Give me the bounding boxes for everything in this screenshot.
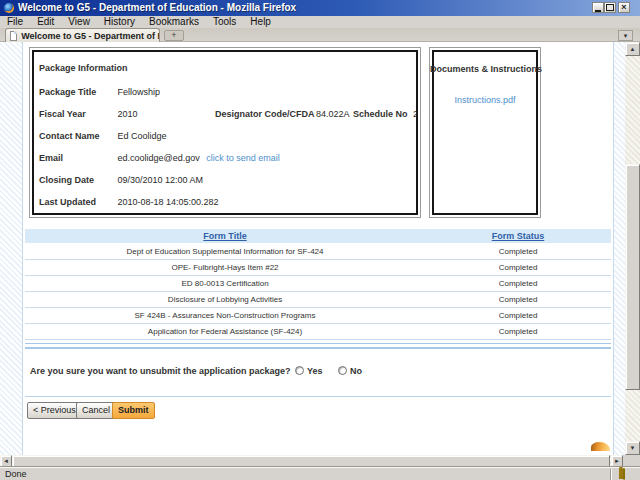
close-icon: × — [621, 2, 626, 12]
horizontal-scrollbar-thumb[interactable] — [12, 455, 610, 467]
email-value: ed.coolidge@ed.gov — [118, 153, 200, 163]
package-information-panel: Package Information Package Title Fellow… — [29, 47, 421, 218]
submit-button[interactable]: Submit — [112, 402, 155, 419]
package-title-label: Package Title — [39, 87, 115, 97]
status-bar-separator — [610, 469, 612, 480]
menu-tools[interactable]: Tools — [206, 16, 243, 28]
menu-edit[interactable]: Edit — [30, 16, 61, 28]
close-button[interactable]: × — [618, 2, 630, 13]
page-content: Package Information Package Title Fellow… — [0, 42, 640, 455]
restore-icon — [606, 4, 614, 11]
form-title-column-link[interactable]: Form Title — [203, 231, 246, 241]
email-label: Email — [39, 153, 115, 163]
window-title: Welcome to G5 - Department of Education … — [18, 0, 296, 16]
partially-scrolled-logo — [591, 442, 610, 451]
form-table-header: Form Title Form Status — [25, 229, 611, 243]
browser-window: Welcome to G5 - Department of Education … — [0, 0, 640, 480]
package-title-row: Package Title Fellowship — [39, 87, 411, 97]
documents-instructions-panel: Documents & Instructions Instructions.pd… — [429, 47, 541, 218]
new-tab-button[interactable]: + — [164, 30, 184, 41]
minimize-icon — [595, 10, 601, 12]
scroll-down-button[interactable]: ▼ — [625, 441, 640, 455]
unsubmit-question: Are you sure you want to unsubmit the ap… — [30, 366, 291, 376]
vertical-scrollbar-thumb[interactable] — [625, 164, 640, 390]
firefox-icon — [4, 3, 14, 13]
form-status-cell: Completed — [425, 247, 611, 256]
form-status-cell: Completed — [425, 279, 611, 288]
email-row: Email ed.coolidge@ed.gov click to send e… — [39, 153, 411, 163]
yes-radio-label: Yes — [307, 366, 323, 376]
previous-button[interactable]: < Previous — [27, 402, 82, 419]
fiscal-year-label: Fiscal Year — [39, 109, 115, 119]
cancel-button[interactable]: Cancel — [76, 402, 116, 419]
fiscal-year-value: 2010 — [118, 109, 138, 119]
documents-heading: Documents & Instructions — [430, 64, 540, 74]
designator-code-label: Designator Code/CFDA — [215, 109, 315, 119]
lock-body — [623, 468, 625, 480]
page-icon — [10, 31, 17, 41]
documents-panel-border — [432, 50, 538, 215]
page-border-left — [22, 42, 23, 455]
fiscal-year-row: Fiscal Year 2010 Designator Code/CFDA 84… — [39, 109, 411, 119]
form-title-cell: Dept of Education Supplemental Informati… — [25, 247, 425, 256]
scroll-up-button[interactable]: ▲ — [625, 42, 640, 56]
last-updated-value: 2010-08-18 14:05:00.282 — [118, 197, 219, 207]
table-row: OPE- Fulbright-Hays Item #22 Completed — [25, 260, 611, 276]
menu-bookmarks[interactable]: Bookmarks — [142, 16, 206, 28]
form-status-cell: Completed — [425, 327, 611, 336]
table-row: ED 80-0013 Certification Completed — [25, 276, 611, 292]
security-lock-icon — [619, 469, 630, 480]
minimize-button[interactable] — [592, 2, 604, 13]
designator-code-value: 84.022A — [316, 109, 350, 119]
closing-date-label: Closing Date — [39, 175, 115, 185]
scrollbar-corner — [623, 455, 640, 467]
title-bar: Welcome to G5 - Department of Education … — [0, 0, 640, 16]
status-text: Done — [5, 469, 27, 479]
form-title-cell: ED 80-0013 Certification — [25, 279, 425, 288]
no-radio-label: No — [350, 366, 362, 376]
table-row: Application for Federal Assistance (SF-4… — [25, 324, 611, 340]
list-tabs-button[interactable]: ▾ — [618, 30, 633, 41]
table-bottom-divider — [25, 343, 611, 349]
scroll-left-button[interactable]: ◄ — [0, 455, 12, 467]
tab-welcome-g5[interactable]: Welcome to G5 - Department of Edu... — [5, 28, 160, 42]
menu-help[interactable]: Help — [243, 16, 278, 28]
tab-strip: Welcome to G5 - Department of Edu... + ▾ — [0, 28, 640, 42]
closing-date-value: 09/30/2010 12:00 AM — [118, 175, 204, 185]
schedule-no-label: Schedule No — [353, 109, 408, 119]
contact-name-label: Contact Name — [39, 131, 115, 141]
closing-date-row: Closing Date 09/30/2010 12:00 AM — [39, 175, 411, 185]
menu-history[interactable]: History — [97, 16, 142, 28]
send-email-link[interactable]: click to send email — [206, 153, 280, 163]
menu-view[interactable]: View — [61, 16, 97, 28]
last-updated-label: Last Updated — [39, 197, 115, 207]
form-status-column-link[interactable]: Form Status — [492, 231, 545, 241]
restore-button[interactable] — [604, 2, 616, 13]
section-divider — [25, 396, 611, 397]
documents-link-row: Instructions.pdf — [430, 95, 540, 105]
no-radio[interactable] — [338, 366, 347, 375]
package-info-heading: Package Information — [39, 63, 128, 73]
form-status-cell: Completed — [425, 295, 611, 304]
form-title-cell: OPE- Fulbright-Hays Item #22 — [25, 263, 425, 272]
page-margin-stripes-right — [614, 42, 625, 455]
last-updated-row: Last Updated 2010-08-18 14:05:00.282 — [39, 197, 411, 207]
package-title-value: Fellowship — [118, 87, 161, 97]
form-title-cell: SF 424B - Assurances Non-Construction Pr… — [25, 311, 425, 320]
form-title-cell: Application for Federal Assistance (SF-4… — [25, 327, 425, 336]
menu-bar: File Edit View History Bookmarks Tools H… — [0, 16, 640, 28]
table-row: Dept of Education Supplemental Informati… — [25, 244, 611, 260]
instructions-pdf-link[interactable]: Instructions.pdf — [454, 95, 515, 105]
no-radio-group: No — [338, 366, 362, 376]
scroll-right-button[interactable]: ► — [611, 455, 623, 467]
vertical-scrollbar[interactable]: ▲ ▼ — [625, 42, 640, 455]
form-status-cell: Completed — [425, 263, 611, 272]
menu-file[interactable]: File — [0, 16, 30, 28]
page-margin-stripes-left — [0, 42, 22, 455]
form-status-cell: Completed — [425, 311, 611, 320]
horizontal-scrollbar[interactable]: ◄ ► — [0, 455, 623, 467]
tab-label: Welcome to G5 - Department of Edu... — [21, 31, 159, 41]
yes-radio[interactable] — [295, 366, 304, 375]
schedule-no-value: 2 — [413, 109, 418, 119]
form-title-cell: Disclosure of Lobbying Activities — [25, 295, 425, 304]
